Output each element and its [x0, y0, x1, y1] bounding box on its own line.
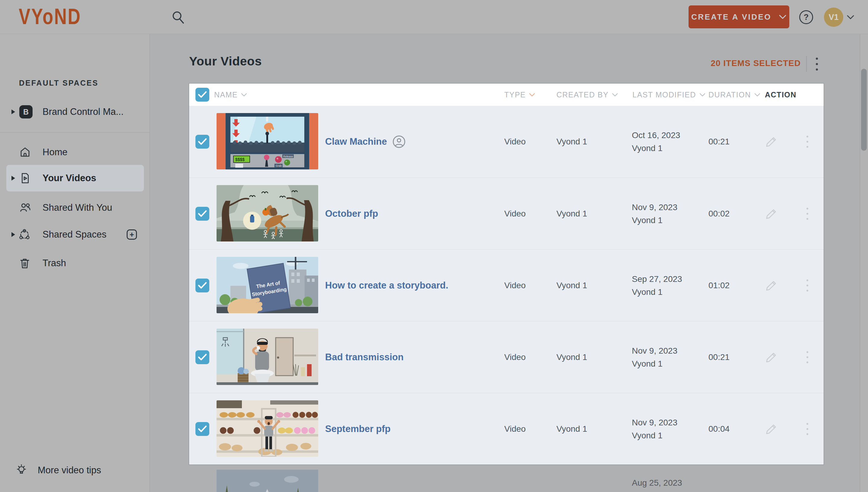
items-selected-status: 20 ITEMS SELECTED [710, 58, 801, 68]
sort-chevron-icon [699, 93, 706, 97]
page-title: Your Videos [189, 54, 262, 69]
video-thumbnail-bad-transmission[interactable] [217, 328, 318, 385]
avatar-initials: V1 [828, 13, 839, 22]
svg-text:Release: Release [283, 155, 293, 158]
row-kebab-menu[interactable] [804, 351, 811, 364]
sidebar-divider [0, 132, 150, 133]
video-type: Video [504, 424, 526, 434]
chevron-down-icon [779, 15, 787, 19]
sidebar-item-brand-control[interactable]: B Brand Control Ma... [0, 102, 150, 122]
video-thumbnail-claw-machine[interactable]: $$$$ Grab Release [217, 113, 318, 169]
row-checkbox[interactable] [195, 422, 209, 436]
video-thumbnail-october-pfp[interactable] [217, 185, 318, 242]
trash-icon [19, 257, 30, 269]
people-icon [19, 202, 31, 214]
sidebar-item-your-videos[interactable]: Your Videos [0, 169, 150, 188]
page-scrollbar-thumb[interactable] [861, 69, 867, 151]
table-row[interactable]: $$$$ Grab Release Claw Machine [189, 106, 824, 177]
account-chevron-down-icon[interactable] [846, 15, 855, 20]
sidebar-item-home[interactable]: Home [0, 143, 150, 162]
row-kebab-menu[interactable] [804, 279, 811, 292]
default-spaces-label: DEFAULT SPACES [19, 79, 98, 88]
last-modified: Nov 9, 2023 Vyond 1 [632, 416, 677, 442]
created-by: Vyond 1 [556, 137, 587, 147]
sidebar-item-label: Shared With You [43, 202, 112, 213]
video-title-link[interactable]: October pfp [325, 208, 378, 219]
sidebar-item-shared-with-you[interactable]: Shared With You [0, 198, 150, 217]
table-header-row: NAME TYPE CREATED BY LAST MODIFIED DURAT… [189, 83, 824, 106]
expand-triangle-icon[interactable] [11, 109, 15, 114]
column-header-name[interactable]: NAME [214, 91, 247, 99]
sort-chevron-icon [754, 93, 761, 97]
create-a-video-button[interactable]: CREATE A VIDEO [689, 5, 789, 28]
videos-table: NAME TYPE CREATED BY LAST MODIFIED DURAT… [189, 83, 824, 465]
select-all-checkbox[interactable] [195, 88, 209, 102]
edit-pencil-icon[interactable] [766, 351, 777, 363]
table-row[interactable]: Bad transmission Video Vyond 1 Nov 9, 20… [189, 321, 824, 393]
home-icon [19, 147, 31, 158]
duration: 00:02 [708, 209, 729, 219]
vyond-logo[interactable]: VYoND [19, 3, 81, 29]
sort-chevron-icon [241, 93, 247, 97]
edit-pencil-icon[interactable] [766, 208, 777, 219]
user-avatar[interactable]: V1 [824, 7, 843, 27]
expand-triangle-icon[interactable] [11, 232, 15, 237]
table-row[interactable]: The Art of Storyboarding How to create a… [189, 249, 824, 321]
video-type: Video [504, 281, 526, 290]
edit-pencil-icon[interactable] [766, 280, 777, 291]
video-title-link[interactable]: How to create a storyboard. [325, 280, 448, 291]
bulk-actions-kebab-menu[interactable] [813, 57, 820, 71]
edit-pencil-icon[interactable] [766, 423, 777, 435]
duration: 00:21 [708, 352, 729, 362]
column-header-duration[interactable]: DURATION [708, 91, 761, 99]
last-modified: Nov 9, 2023 Vyond 1 [632, 201, 677, 227]
video-thumbnail-september-pfp[interactable] [217, 400, 318, 457]
created-by: Vyond 1 [556, 209, 587, 219]
lightbulb-icon [15, 464, 28, 477]
last-modified: Nov 9, 2023 Vyond 1 [632, 344, 677, 370]
table-row[interactable]: September pfp Video Vyond 1 Nov 9, 2023 … [189, 393, 824, 465]
search-icon[interactable] [171, 10, 185, 24]
last-modified-partial: Aug 25, 2023 [632, 478, 682, 488]
row-checkbox[interactable] [195, 207, 209, 221]
header-divider [806, 56, 807, 72]
svg-text:$$$$: $$$$ [235, 157, 245, 162]
sidebar-item-label: Home [43, 147, 68, 158]
duration: 00:04 [708, 424, 729, 434]
row-checkbox[interactable] [195, 135, 209, 149]
sort-chevron-icon [612, 93, 618, 97]
column-header-last-modified[interactable]: LAST MODIFIED [632, 91, 706, 99]
add-shared-space-button[interactable]: + [127, 229, 137, 240]
more-video-tips-link[interactable]: More video tips [0, 461, 150, 480]
row-checkbox[interactable] [195, 350, 209, 364]
row-kebab-menu[interactable] [804, 135, 811, 148]
last-modified: Sep 27, 2023 Vyond 1 [632, 273, 682, 298]
edit-pencil-icon[interactable] [766, 136, 777, 147]
video-title-link[interactable]: Claw Machine [325, 136, 387, 147]
row-checkbox[interactable] [195, 278, 209, 292]
video-file-icon [19, 172, 31, 184]
video-title-link[interactable]: Bad transmission [325, 352, 404, 363]
top-header-bar: VYoND CREATE A VIDEO ? V1 [0, 0, 868, 34]
row-kebab-menu[interactable] [804, 207, 811, 220]
sidebar-item-label: Trash [43, 258, 66, 269]
help-icon[interactable]: ? [799, 10, 813, 24]
svg-text:Grab: Grab [276, 164, 282, 167]
sidebar-item-label: Your Videos [43, 173, 96, 183]
created-by: Vyond 1 [556, 352, 587, 362]
column-header-created-by[interactable]: CREATED BY [556, 91, 618, 99]
vyond-app: VYoND CREATE A VIDEO ? V1 DEF [0, 0, 868, 492]
expand-triangle-icon[interactable] [11, 176, 15, 180]
sidebar: DEFAULT SPACES B Brand Control Ma... Hom… [0, 34, 150, 492]
video-title-link[interactable]: September pfp [325, 423, 391, 435]
video-type: Video [504, 209, 526, 219]
video-thumbnail-house-partial[interactable] [217, 470, 318, 492]
sidebar-item-trash[interactable]: Trash [0, 253, 150, 273]
column-header-type[interactable]: TYPE [504, 91, 535, 99]
row-kebab-menu[interactable] [804, 422, 811, 436]
video-thumbnail-storyboard[interactable]: The Art of Storyboarding [217, 257, 318, 313]
sidebar-item-shared-spaces[interactable]: Shared Spaces + [0, 225, 150, 244]
table-row[interactable]: October pfp Video Vyond 1 Nov 9, 2023 Vy… [189, 177, 824, 249]
sort-chevron-icon-active [529, 93, 535, 97]
video-type: Video [504, 137, 526, 147]
